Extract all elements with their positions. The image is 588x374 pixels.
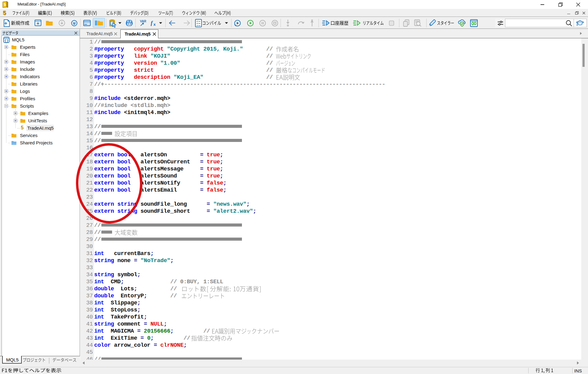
svg-text:x: x — [153, 22, 156, 27]
svg-text:VAR: VAR — [140, 20, 146, 23]
svg-text:5: 5 — [4, 2, 6, 7]
svg-text:{ }: { } — [5, 39, 8, 42]
svg-text:f: f — [151, 20, 153, 26]
